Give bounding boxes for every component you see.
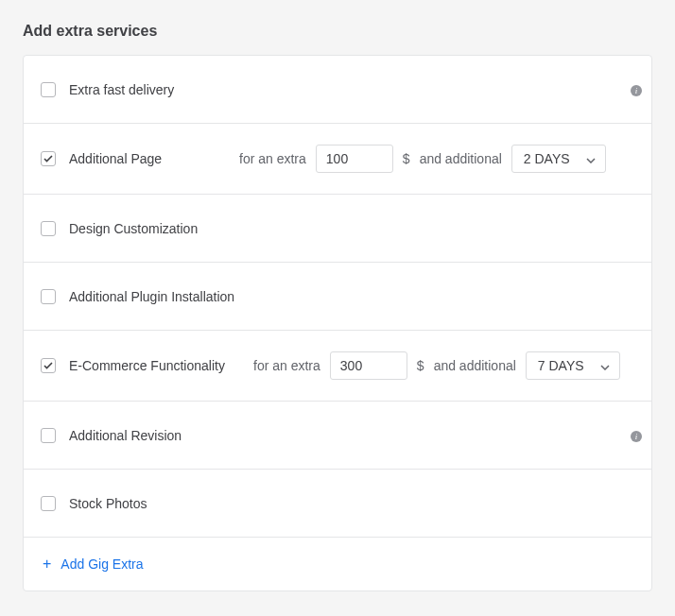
service-row-additional-revision: Additional Revision i (24, 402, 651, 470)
chevron-down-icon (600, 358, 610, 373)
service-row-plugin-installation: Additional Plugin Installation (24, 263, 651, 331)
checkbox-stock-photos[interactable] (41, 496, 56, 511)
duration-select-ecommerce[interactable]: 7 DAYS (526, 351, 620, 380)
service-label: Stock Photos (69, 496, 147, 511)
info-icon[interactable]: i (631, 84, 642, 95)
plus-icon: + (43, 556, 51, 572)
service-label: Additional Revision (69, 428, 182, 443)
service-row-ecommerce: E-Commerce Functionality for an extra $ … (24, 331, 651, 402)
duration-select-additional-page[interactable]: 2 DAYS (511, 145, 606, 173)
currency-label: $ (403, 151, 410, 166)
duration-value: 2 DAYS (524, 151, 570, 166)
section-title: Add extra services (23, 23, 652, 40)
and-additional-label: and additional (434, 358, 516, 373)
for-extra-label: for an extra (239, 151, 306, 166)
for-extra-label: for an extra (253, 358, 320, 373)
services-list: Extra fast delivery i Additional Page fo… (23, 55, 652, 591)
service-label: E-Commerce Functionality (69, 358, 225, 373)
service-row-stock-photos: Stock Photos (24, 470, 651, 538)
service-row-design-customization: Design Customization (24, 195, 651, 263)
service-label: Design Customization (69, 221, 198, 236)
and-additional-label: and additional (420, 151, 502, 166)
service-label: Additional Plugin Installation (69, 289, 234, 304)
service-row-additional-page: Additional Page for an extra $ and addit… (24, 124, 651, 195)
checkbox-additional-revision[interactable] (41, 428, 56, 443)
price-input-additional-page[interactable] (316, 145, 393, 173)
price-input-ecommerce[interactable] (330, 351, 407, 380)
checkbox-additional-page[interactable] (41, 151, 56, 166)
add-gig-extra-button[interactable]: + Add Gig Extra (24, 538, 651, 590)
duration-value: 7 DAYS (538, 358, 584, 373)
checkbox-plugin-installation[interactable] (41, 289, 56, 304)
service-row-extra-fast: Extra fast delivery i (24, 56, 651, 124)
service-label: Extra fast delivery (69, 82, 174, 97)
chevron-down-icon (586, 151, 596, 166)
currency-label: $ (417, 358, 424, 373)
checkbox-extra-fast[interactable] (41, 82, 56, 97)
add-gig-extra-label: Add Gig Extra (61, 556, 143, 572)
service-label: Additional Page (69, 151, 162, 166)
checkbox-ecommerce[interactable] (41, 358, 56, 373)
info-icon[interactable]: i (631, 430, 642, 441)
checkbox-design-customization[interactable] (41, 221, 56, 236)
